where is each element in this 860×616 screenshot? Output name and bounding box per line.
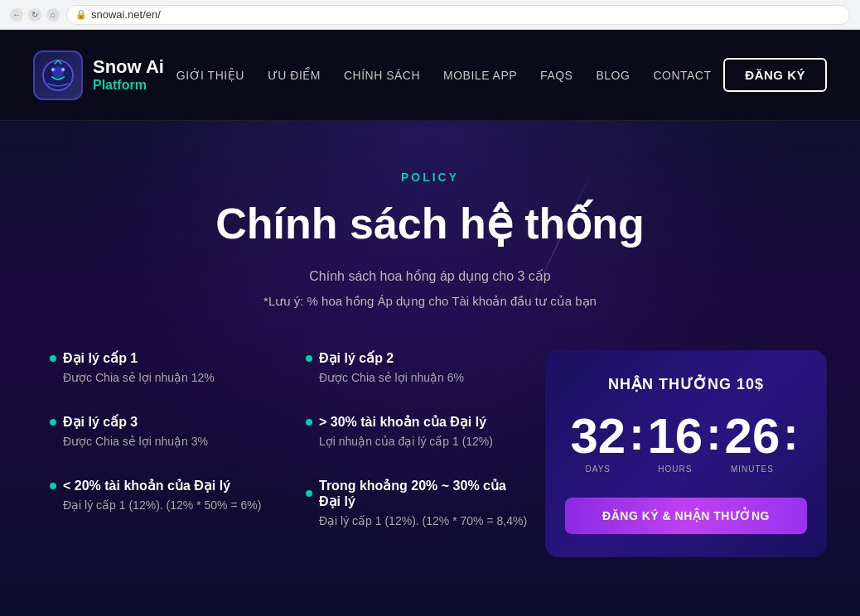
agent-cap3-desc: Được Chia sẻ lợi nhuận 3% xyxy=(50,435,273,448)
logo-text: Snow Ai Platform xyxy=(93,57,164,92)
timer-minutes-label: MINUTES xyxy=(731,464,774,474)
agent-item-less20: < 20% tài khoản của Đại lý Đại lý cấp 1 … xyxy=(50,478,273,512)
reload-button[interactable]: ↻ xyxy=(28,8,41,22)
agent-more30-title-row: > 30% tài khoản của Đại lý xyxy=(306,414,529,430)
bullet-icon xyxy=(50,483,56,489)
agent-cap2-title-row: Đại lý cấp 2 xyxy=(306,350,529,366)
nav-item-faqs[interactable]: FAQS xyxy=(540,68,573,83)
timer-display: 32 DAYS : 16 HOURS : 26 MINUTES : xyxy=(570,411,801,474)
address-bar[interactable]: 🔒 snowai.net/en/ xyxy=(66,5,850,25)
bullet-icon xyxy=(306,490,312,497)
logo-subtitle: Platform xyxy=(93,78,164,93)
timer-colon-1: : xyxy=(626,411,647,457)
bullet-icon xyxy=(306,355,312,362)
agent-item-cap2: Đại lý cấp 2 Được Chia sẻ lợi nhuận 6% xyxy=(306,350,529,384)
bullet-icon xyxy=(306,419,312,426)
timer-card: NHẬN THƯỞNG 10$ 32 DAYS : 16 HOURS : 26 … xyxy=(545,350,827,557)
timer-colon-3: : xyxy=(780,411,801,457)
agent-cap3-title-row: Đại lý cấp 3 xyxy=(50,414,273,430)
timer-minutes-value: 26 xyxy=(725,411,780,461)
agent-range-title-row: Trong khoảng 20% ~ 30% của Đại lý xyxy=(306,478,529,509)
hero-subtitle: Chính sách hoa hồng áp dụng cho 3 cấp xyxy=(33,268,827,284)
hero-note: *Lưu ý: % hoa hồng Áp dụng cho Tài khoản… xyxy=(33,294,827,309)
nav-item-chinh-sach[interactable]: CHÍNH SÁCH xyxy=(344,68,420,83)
agent-range-name: Trong khoảng 20% ~ 30% của Đại lý xyxy=(319,478,529,509)
agent-less20-desc: Đại lý cấp 1 (12%). (12% * 50% = 6%) xyxy=(50,498,273,512)
back-button[interactable]: ← xyxy=(10,8,23,22)
home-button[interactable]: ⌂ xyxy=(46,8,60,22)
timer-hours-value: 16 xyxy=(647,411,703,461)
timer-title: NHẬN THƯỞNG 10$ xyxy=(608,375,764,393)
nav-item-blog[interactable]: BLOG xyxy=(596,68,630,83)
policy-label: POLICY xyxy=(33,171,827,184)
logo-link[interactable]: Snow Ai Platform xyxy=(33,51,164,100)
nav-item-gioi-thieu[interactable]: GIỚI THIỆU xyxy=(176,68,244,83)
agent-less20-name: < 20% tài khoản của Đại lý xyxy=(63,478,230,493)
agent-cap1-title-row: Đại lý cấp 1 xyxy=(50,350,273,366)
svg-point-4 xyxy=(52,69,54,70)
logo-name: Snow Ai xyxy=(93,57,164,77)
agent-cap3-name: Đại lý cấp 3 xyxy=(63,414,138,430)
timer-days-value: 32 xyxy=(570,411,626,461)
agent-item-more30: > 30% tài khoản của Đại lý Lợi nhuận của… xyxy=(306,414,529,448)
nav-link-gioi-thieu[interactable]: GIỚI THIỆU xyxy=(176,69,244,82)
agent-cap1-desc: Được Chia sẻ lợi nhuận 12% xyxy=(50,371,273,384)
timer-hours-unit: 16 HOURS xyxy=(647,411,703,474)
nav-item-uu-diem[interactable]: ƯU ĐIỂM xyxy=(268,68,321,83)
nav-link-uu-diem[interactable]: ƯU ĐIỂM xyxy=(268,69,321,82)
agent-cap2-name: Đại lý cấp 2 xyxy=(319,350,394,366)
agent-item-cap3: Đại lý cấp 3 Được Chia sẻ lợi nhuận 3% xyxy=(50,414,273,448)
nav-item-mobile-app[interactable]: MOBILE APP xyxy=(443,68,517,83)
logo-icon xyxy=(33,51,83,100)
agent-item-cap1: Đại lý cấp 1 Được Chia sẻ lợi nhuận 12% xyxy=(50,350,273,384)
nav-item-contact[interactable]: CONTACT xyxy=(653,68,711,83)
browser-chrome: ← ↻ ⌂ 🔒 snowai.net/en/ xyxy=(0,0,860,30)
agent-range-desc: Đại lý cấp 1 (12%). (12% * 70% = 8,4%) xyxy=(306,514,529,527)
timer-hours-label: HOURS xyxy=(658,464,692,474)
nav-link-contact[interactable]: CONTACT xyxy=(653,69,711,82)
content-grid: Đại lý cấp 1 Được Chia sẻ lợi nhuận 12% … xyxy=(33,350,827,574)
nav-link-chinh-sach[interactable]: CHÍNH SÁCH xyxy=(344,69,420,82)
navbar: Snow Ai Platform GIỚI THIỆU ƯU ĐIỂM CHÍN… xyxy=(0,30,860,121)
url-text: snowai.net/en/ xyxy=(91,8,161,21)
hero-section: POLICY Chính sách hệ thống Chính sách ho… xyxy=(0,121,860,616)
timer-days-label: DAYS xyxy=(586,464,611,474)
agent-cap1-name: Đại lý cấp 1 xyxy=(63,350,138,366)
claim-button[interactable]: ĐĂNG KÝ & NHẬN THƯỞNG xyxy=(565,498,807,534)
register-button[interactable]: ĐĂNG KÝ xyxy=(723,58,827,92)
nav-link-faqs[interactable]: FAQS xyxy=(540,69,573,82)
lock-icon: 🔒 xyxy=(75,9,87,20)
agent-less20-title-row: < 20% tài khoản của Đại lý xyxy=(50,478,273,493)
agents-right-column: Đại lý cấp 2 Được Chia sẻ lợi nhuận 6% >… xyxy=(289,350,545,557)
timer-colon-2: : xyxy=(703,411,724,457)
browser-controls: ← ↻ ⌂ xyxy=(10,8,60,22)
nav-link-blog[interactable]: BLOG xyxy=(596,69,630,82)
agent-more30-desc: Lợi nhuận của đại lý cấp 1 (12%) xyxy=(306,435,529,448)
agent-more30-name: > 30% tài khoản của Đại lý xyxy=(319,414,486,430)
nav-links: GIỚI THIỆU ƯU ĐIỂM CHÍNH SÁCH MOBILE APP… xyxy=(176,68,712,83)
timer-days-unit: 32 DAYS xyxy=(570,411,626,474)
bullet-icon xyxy=(50,419,56,426)
svg-point-5 xyxy=(62,69,64,70)
timer-minutes-unit: 26 MINUTES xyxy=(725,411,780,474)
agent-cap2-desc: Được Chia sẻ lợi nhuận 6% xyxy=(306,371,529,384)
agents-left-column: Đại lý cấp 1 Được Chia sẻ lợi nhuận 12% … xyxy=(33,350,289,557)
bullet-icon xyxy=(50,355,56,362)
nav-link-mobile-app[interactable]: MOBILE APP xyxy=(443,69,517,82)
hero-title: Chính sách hệ thống xyxy=(33,199,827,248)
agent-item-range20-30: Trong khoảng 20% ~ 30% của Đại lý Đại lý… xyxy=(306,478,529,527)
